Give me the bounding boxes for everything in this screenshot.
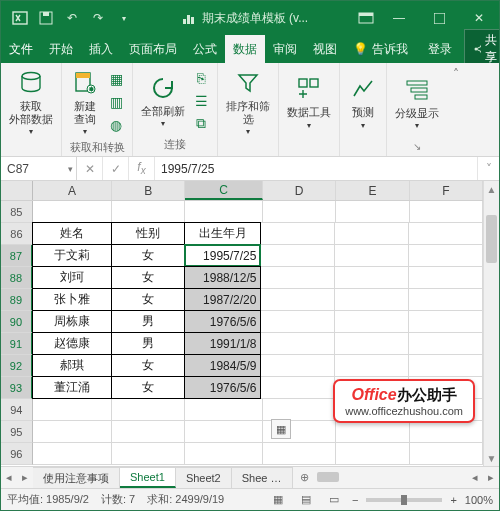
- recent-sources-button[interactable]: ◍: [106, 115, 126, 135]
- qat-customize-button[interactable]: ▾: [111, 5, 137, 31]
- tab-file[interactable]: 文件: [1, 35, 41, 63]
- row-header[interactable]: 85: [1, 201, 33, 223]
- cell[interactable]: 女: [111, 266, 185, 289]
- from-table-button[interactable]: ▥: [106, 92, 126, 112]
- vertical-scrollbar[interactable]: ▲ ▼: [483, 181, 499, 466]
- row-header[interactable]: 93: [1, 377, 33, 399]
- paste-options-button[interactable]: ▦: [271, 419, 291, 439]
- cell[interactable]: 女: [111, 376, 185, 399]
- active-cell[interactable]: 1995/7/25: [184, 244, 262, 267]
- minimize-button[interactable]: —: [379, 1, 419, 35]
- col-header-B[interactable]: B: [112, 181, 185, 200]
- col-header-D[interactable]: D: [263, 181, 336, 200]
- get-external-data-button[interactable]: 获取 外部数据 ▾: [7, 66, 55, 138]
- tab-formulas[interactable]: 公式: [185, 35, 225, 63]
- qat-redo-button[interactable]: ↷: [85, 5, 111, 31]
- col-header-E[interactable]: E: [336, 181, 409, 200]
- cell[interactable]: 女: [111, 354, 185, 377]
- row-header[interactable]: 96: [1, 443, 33, 465]
- outline-button[interactable]: 分级显示 ▾: [393, 73, 441, 133]
- scroll-up-button[interactable]: ▲: [484, 181, 499, 197]
- sheet-tab[interactable]: Shee …: [232, 467, 293, 488]
- enter-fx-button[interactable]: ✓: [103, 157, 129, 180]
- cell[interactable]: 1988/12/5: [184, 266, 262, 289]
- col-header-A[interactable]: A: [33, 181, 112, 200]
- row-header[interactable]: 94: [1, 399, 33, 421]
- row-header[interactable]: 95: [1, 421, 33, 443]
- connections-button[interactable]: ⎘: [191, 68, 211, 88]
- scroll-thumb[interactable]: [486, 215, 497, 263]
- sort-filter-button[interactable]: 排序和筛选 ▾: [224, 66, 272, 138]
- horizontal-scrollbar[interactable]: [317, 467, 468, 488]
- cell[interactable]: 郝琪: [32, 354, 112, 377]
- zoom-slider[interactable]: [366, 498, 442, 502]
- select-all-button[interactable]: [1, 181, 33, 200]
- tab-nav-prev[interactable]: ◂: [1, 467, 17, 488]
- cell[interactable]: 董江涌: [32, 376, 112, 399]
- zoom-level[interactable]: 100%: [465, 494, 493, 506]
- qat-save-button[interactable]: [33, 5, 59, 31]
- expand-formula-button[interactable]: ˅: [477, 157, 499, 180]
- row-header[interactable]: 91: [1, 333, 33, 355]
- cell[interactable]: 1991/1/8: [184, 332, 262, 355]
- sheet-tab[interactable]: 使用注意事项: [33, 467, 120, 488]
- cell[interactable]: 张卜雅: [32, 288, 112, 311]
- tellme-button[interactable]: 💡告诉我: [345, 41, 416, 58]
- cell[interactable]: 刘珂: [32, 266, 112, 289]
- properties-button[interactable]: ☰: [191, 91, 211, 111]
- cell[interactable]: 男: [111, 310, 185, 333]
- fx-button[interactable]: fx: [129, 157, 155, 180]
- maximize-button[interactable]: [419, 1, 459, 35]
- collapse-ribbon-button[interactable]: ˄: [453, 67, 459, 81]
- cell[interactable]: 女: [111, 288, 185, 311]
- new-query-button[interactable]: ✸ 新建 查询 ▾: [68, 66, 102, 138]
- tab-review[interactable]: 审阅: [265, 35, 305, 63]
- zoom-in-button[interactable]: +: [450, 494, 456, 506]
- new-sheet-button[interactable]: ⊕: [293, 467, 317, 488]
- zoom-out-button[interactable]: −: [352, 494, 358, 506]
- col-header-C[interactable]: C: [185, 181, 262, 200]
- worksheet[interactable]: A B C D E F 85 86 姓名 性别 出生年月 87 于文莉 女 19…: [1, 181, 483, 466]
- row-header[interactable]: 88: [1, 267, 33, 289]
- forecast-button[interactable]: 预测 ▾: [346, 72, 380, 132]
- cell[interactable]: 1984/5/9: [184, 354, 262, 377]
- tab-nav-next[interactable]: ▸: [17, 467, 33, 488]
- row-header[interactable]: 92: [1, 355, 33, 377]
- refresh-all-button[interactable]: 全部刷新 ▾: [139, 71, 187, 131]
- tab-data[interactable]: 数据: [225, 35, 265, 63]
- data-tools-button[interactable]: 数据工具 ▾: [285, 72, 333, 132]
- cell[interactable]: 女: [111, 244, 185, 267]
- cell[interactable]: 出生年月: [184, 222, 262, 245]
- sheet-tab[interactable]: Sheet2: [176, 467, 232, 488]
- row-header[interactable]: 86: [1, 223, 33, 245]
- cell[interactable]: 周栋康: [32, 310, 112, 333]
- normal-view-button[interactable]: ▦: [268, 492, 288, 508]
- tab-view[interactable]: 视图: [305, 35, 345, 63]
- signin-button[interactable]: 登录: [420, 41, 460, 58]
- cancel-fx-button[interactable]: ✕: [77, 157, 103, 180]
- cell[interactable]: 于文莉: [32, 244, 112, 267]
- cell[interactable]: 1987/2/20: [184, 288, 262, 311]
- tab-layout[interactable]: 页面布局: [121, 35, 185, 63]
- scroll-down-button[interactable]: ▼: [484, 450, 499, 466]
- hscroll-right[interactable]: ▸: [483, 467, 499, 488]
- cell[interactable]: 姓名: [32, 222, 112, 245]
- hscroll-left[interactable]: ◂: [467, 467, 483, 488]
- page-layout-button[interactable]: ▤: [296, 492, 316, 508]
- name-box[interactable]: C87▾: [1, 157, 77, 180]
- sheet-tab-active[interactable]: Sheet1: [120, 467, 176, 488]
- outline-dialog-launcher[interactable]: ↘: [413, 141, 421, 152]
- row-header[interactable]: 89: [1, 289, 33, 311]
- row-header[interactable]: 87: [1, 245, 33, 267]
- tab-insert[interactable]: 插入: [81, 35, 121, 63]
- tab-home[interactable]: 开始: [41, 35, 81, 63]
- ribbon-display-button[interactable]: [353, 5, 379, 31]
- row-header[interactable]: 90: [1, 311, 33, 333]
- qat-undo-button[interactable]: ↶: [59, 5, 85, 31]
- col-header-F[interactable]: F: [410, 181, 483, 200]
- page-break-button[interactable]: ▭: [324, 492, 344, 508]
- cell[interactable]: 赵德康: [32, 332, 112, 355]
- cell[interactable]: 1976/5/6: [184, 376, 262, 399]
- cell[interactable]: 性别: [111, 222, 185, 245]
- show-queries-button[interactable]: ▦: [106, 69, 126, 89]
